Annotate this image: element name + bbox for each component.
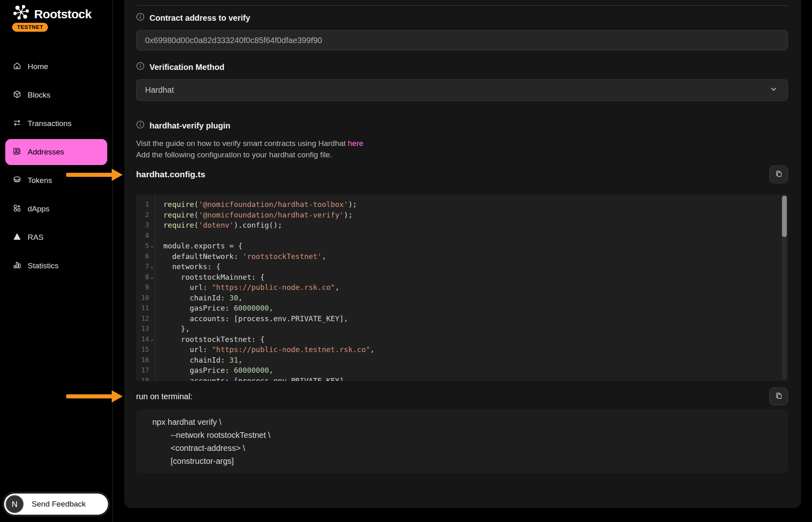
code-line: 11 gasPrice: 60000000, <box>141 303 788 313</box>
line-number: 4 <box>141 231 149 241</box>
code-text: accounts: [process.env.PRIVATE_KEY], <box>155 313 348 324</box>
code-line: 10 chainId: 30, <box>141 293 788 303</box>
code-text: rootstockMainnet: { <box>155 272 264 283</box>
guide-line-1: Visit the guide on how to verify smart c… <box>136 138 788 149</box>
contract-address-input[interactable] <box>136 30 788 50</box>
verification-method-value: Hardhat <box>145 85 174 95</box>
fold-chevron-icon[interactable]: ⌄ <box>149 334 155 345</box>
code-text: defaultNetwork: 'rootstockTestnet', <box>155 251 326 262</box>
fold-chevron-icon[interactable]: ⌄ <box>149 261 155 272</box>
fold-spacer <box>149 199 155 210</box>
fold-chevron-icon[interactable]: ⌄ <box>149 241 155 251</box>
sidebar-item-label: Blocks <box>28 91 50 100</box>
code-text: require('dotenv').config(); <box>155 220 282 231</box>
addresses-icon <box>13 147 22 158</box>
code-line: 3require('dotenv').config(); <box>141 220 788 231</box>
line-number: 11 <box>141 303 149 313</box>
verification-method-select[interactable]: Hardhat <box>136 79 788 101</box>
info-icon <box>136 13 145 23</box>
arrow-head <box>112 390 123 402</box>
terminal-command-block: npx hardhat verify \--network rootstockT… <box>136 409 788 473</box>
code-line: 15 url: "https://public-node.testnet.rsk… <box>141 344 788 355</box>
fold-chevron-icon[interactable]: ⌄ <box>149 272 155 283</box>
code-scrollbar-track[interactable] <box>782 196 787 380</box>
sidebar-nav: Home Blocks Transactions <box>5 52 107 280</box>
fold-spacer <box>149 303 155 313</box>
sidebar-item-blocks[interactable]: Blocks <box>5 81 107 109</box>
code-line: 6 defaultNetwork: 'rootstockTestnet', <box>141 251 788 262</box>
fold-spacer <box>149 220 155 231</box>
sidebar-item-label: Transactions <box>28 119 71 128</box>
transactions-icon <box>13 118 22 129</box>
fold-spacer <box>149 282 155 293</box>
rootstock-logo[interactable]: Rootstock <box>12 4 91 24</box>
sidebar-item-label: Home <box>28 62 48 71</box>
sidebar-item-tokens[interactable]: Tokens <box>5 166 107 195</box>
copy-icon <box>775 170 783 179</box>
terminal-line: npx hardhat verify \ <box>152 415 772 428</box>
sidebar-item-label: Tokens <box>28 176 52 185</box>
feedback-avatar: N <box>6 495 24 513</box>
terminal-line: --network rootstockTestnet \ <box>152 428 772 442</box>
dapps-icon <box>13 204 22 215</box>
sidebar-item-label: dApps <box>28 204 50 213</box>
config-file-row: hardhat.config.ts <box>136 165 788 183</box>
terminal-line: <contract-address> \ <box>152 442 772 455</box>
code-line: 18 accounts: [process.env.PRIVATE_KEY], <box>141 376 788 381</box>
hardhat-config-code-block: 1require('@nomicfoundation/hardhat-toolb… <box>136 194 788 381</box>
line-number: 9 <box>141 282 149 293</box>
contract-address-label-row: Contract address to verify <box>136 13 788 23</box>
fold-spacer <box>149 344 155 355</box>
fold-spacer <box>149 324 155 334</box>
sidebar-item-ras[interactable]: RAS <box>5 223 107 252</box>
sidebar-item-home[interactable]: Home <box>5 52 107 81</box>
code-text: rootstockTestnet: { <box>155 334 264 345</box>
code-line: 16 chainId: 31, <box>141 355 788 365</box>
code-text: gasPrice: 60000000, <box>155 365 273 376</box>
sidebar-item-dapps[interactable]: dApps <box>5 195 107 223</box>
terminal-title: run on terminal: <box>136 392 193 401</box>
line-number: 10 <box>141 293 149 303</box>
sidebar-item-label: Addresses <box>28 148 64 157</box>
code-scrollbar-thumb[interactable] <box>782 196 787 237</box>
guide-line-2: Add the following configuration to your … <box>136 149 788 161</box>
app-root: Rootstock TESTNET Home Blocks <box>0 0 812 522</box>
ras-icon <box>13 232 22 243</box>
code-line: 12 accounts: [process.env.PRIVATE_KEY], <box>141 313 788 324</box>
code-text: networks: { <box>155 261 221 272</box>
line-number: 8 <box>141 272 149 283</box>
line-number: 16 <box>141 355 149 365</box>
sidebar-item-label: RAS <box>28 233 43 242</box>
code-text: }, <box>155 324 190 334</box>
guide-here-link[interactable]: here <box>348 139 363 148</box>
line-number: 18 <box>141 376 149 381</box>
code-lines: 1require('@nomicfoundation/hardhat-toolb… <box>141 199 788 381</box>
fold-spacer <box>149 355 155 365</box>
blocks-icon <box>13 90 22 101</box>
send-feedback-button[interactable]: N Send Feedback <box>4 494 108 515</box>
code-text: require('@nomicfoundation/hardhat-verify… <box>155 210 353 220</box>
fold-spacer <box>149 210 155 220</box>
line-number: 2 <box>141 210 149 220</box>
fold-spacer <box>149 313 155 324</box>
copy-terminal-button[interactable] <box>769 387 788 405</box>
fold-spacer <box>149 293 155 303</box>
contract-address-label: Contract address to verify <box>149 13 250 23</box>
code-line: 4 <box>141 231 788 241</box>
verification-method-label: Verification Method <box>149 63 224 72</box>
sidebar-item-addresses[interactable]: Addresses <box>5 139 107 165</box>
fold-spacer <box>149 231 155 241</box>
info-icon <box>136 120 145 131</box>
main-panel: Contract address to verify Verification … <box>124 0 801 508</box>
code-line: 2require('@nomicfoundation/hardhat-verif… <box>141 210 788 220</box>
brand-name: Rootstock <box>34 7 91 21</box>
sidebar-item-statistics[interactable]: Statistics <box>5 252 107 280</box>
copy-config-button[interactable] <box>769 165 788 183</box>
arrow-head <box>112 169 123 181</box>
chevron-down-icon <box>770 85 777 95</box>
sidebar-item-transactions[interactable]: Transactions <box>5 109 107 138</box>
code-text: accounts: [process.env.PRIVATE_KEY], <box>155 376 348 381</box>
code-line: 17 gasPrice: 60000000, <box>141 365 788 376</box>
line-number: 17 <box>141 365 149 376</box>
code-line: 8⌄ rootstockMainnet: { <box>141 272 788 283</box>
